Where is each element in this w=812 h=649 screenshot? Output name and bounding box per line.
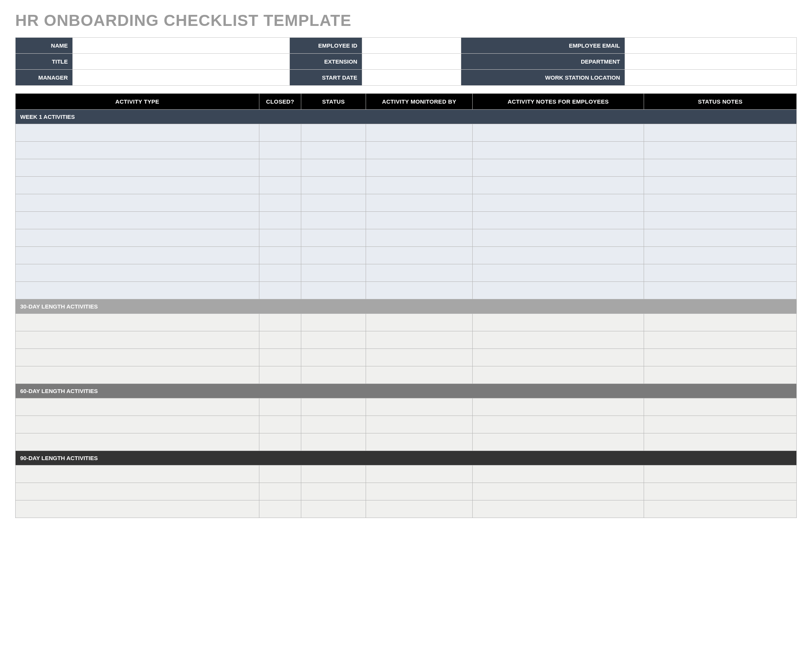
- table-cell[interactable]: [301, 314, 366, 331]
- table-cell[interactable]: [259, 142, 301, 159]
- table-cell[interactable]: [473, 331, 644, 349]
- table-cell[interactable]: [259, 349, 301, 366]
- table-cell[interactable]: [301, 229, 366, 247]
- table-cell[interactable]: [366, 229, 473, 247]
- table-cell[interactable]: [644, 465, 797, 483]
- table-cell[interactable]: [473, 433, 644, 451]
- table-cell[interactable]: [259, 366, 301, 384]
- table-cell[interactable]: [473, 229, 644, 247]
- table-cell[interactable]: [16, 124, 259, 142]
- table-cell[interactable]: [366, 500, 473, 518]
- table-cell[interactable]: [16, 366, 259, 384]
- table-cell[interactable]: [16, 247, 259, 264]
- table-cell[interactable]: [16, 282, 259, 299]
- table-cell[interactable]: [16, 229, 259, 247]
- table-cell[interactable]: [259, 282, 301, 299]
- table-cell[interactable]: [259, 229, 301, 247]
- table-cell[interactable]: [16, 416, 259, 433]
- table-cell[interactable]: [366, 194, 473, 212]
- table-cell[interactable]: [16, 177, 259, 194]
- table-cell[interactable]: [16, 500, 259, 518]
- table-cell[interactable]: [473, 465, 644, 483]
- table-cell[interactable]: [644, 314, 797, 331]
- table-cell[interactable]: [366, 314, 473, 331]
- table-cell[interactable]: [366, 416, 473, 433]
- table-cell[interactable]: [301, 483, 366, 500]
- table-cell[interactable]: [301, 142, 366, 159]
- table-cell[interactable]: [644, 142, 797, 159]
- table-cell[interactable]: [473, 282, 644, 299]
- table-cell[interactable]: [259, 247, 301, 264]
- table-cell[interactable]: [644, 500, 797, 518]
- table-cell[interactable]: [644, 247, 797, 264]
- table-cell[interactable]: [259, 314, 301, 331]
- table-cell[interactable]: [366, 331, 473, 349]
- table-cell[interactable]: [301, 331, 366, 349]
- table-cell[interactable]: [259, 433, 301, 451]
- table-cell[interactable]: [366, 349, 473, 366]
- table-cell[interactable]: [366, 465, 473, 483]
- table-cell[interactable]: [259, 264, 301, 282]
- table-cell[interactable]: [16, 314, 259, 331]
- info-value-cell[interactable]: [73, 70, 290, 86]
- table-cell[interactable]: [473, 314, 644, 331]
- table-cell[interactable]: [259, 331, 301, 349]
- table-cell[interactable]: [366, 483, 473, 500]
- table-cell[interactable]: [644, 398, 797, 416]
- table-cell[interactable]: [473, 483, 644, 500]
- table-cell[interactable]: [16, 331, 259, 349]
- table-cell[interactable]: [259, 500, 301, 518]
- table-cell[interactable]: [259, 177, 301, 194]
- table-cell[interactable]: [473, 194, 644, 212]
- table-cell[interactable]: [301, 398, 366, 416]
- info-value-cell[interactable]: [73, 38, 290, 54]
- table-cell[interactable]: [301, 247, 366, 264]
- table-cell[interactable]: [473, 247, 644, 264]
- table-cell[interactable]: [366, 398, 473, 416]
- table-cell[interactable]: [644, 229, 797, 247]
- table-cell[interactable]: [366, 212, 473, 229]
- table-cell[interactable]: [259, 212, 301, 229]
- table-cell[interactable]: [644, 366, 797, 384]
- table-cell[interactable]: [301, 177, 366, 194]
- table-cell[interactable]: [644, 177, 797, 194]
- table-cell[interactable]: [473, 366, 644, 384]
- table-cell[interactable]: [473, 142, 644, 159]
- table-cell[interactable]: [366, 247, 473, 264]
- table-cell[interactable]: [301, 124, 366, 142]
- table-cell[interactable]: [259, 465, 301, 483]
- table-cell[interactable]: [366, 433, 473, 451]
- table-cell[interactable]: [16, 212, 259, 229]
- table-cell[interactable]: [301, 349, 366, 366]
- table-cell[interactable]: [644, 282, 797, 299]
- table-cell[interactable]: [301, 264, 366, 282]
- table-cell[interactable]: [16, 264, 259, 282]
- table-cell[interactable]: [644, 124, 797, 142]
- table-cell[interactable]: [301, 500, 366, 518]
- table-cell[interactable]: [473, 398, 644, 416]
- table-cell[interactable]: [16, 483, 259, 500]
- table-cell[interactable]: [644, 349, 797, 366]
- table-cell[interactable]: [259, 483, 301, 500]
- table-cell[interactable]: [259, 159, 301, 177]
- table-cell[interactable]: [366, 142, 473, 159]
- info-value-cell[interactable]: [73, 54, 290, 70]
- table-cell[interactable]: [473, 124, 644, 142]
- table-cell[interactable]: [259, 194, 301, 212]
- table-cell[interactable]: [259, 398, 301, 416]
- table-cell[interactable]: [301, 433, 366, 451]
- table-cell[interactable]: [16, 433, 259, 451]
- table-cell[interactable]: [473, 177, 644, 194]
- table-cell[interactable]: [644, 212, 797, 229]
- table-cell[interactable]: [301, 159, 366, 177]
- table-cell[interactable]: [301, 212, 366, 229]
- table-cell[interactable]: [644, 194, 797, 212]
- table-cell[interactable]: [644, 483, 797, 500]
- table-cell[interactable]: [644, 416, 797, 433]
- info-value-cell[interactable]: [362, 38, 461, 54]
- table-cell[interactable]: [16, 465, 259, 483]
- table-cell[interactable]: [644, 264, 797, 282]
- table-cell[interactable]: [301, 416, 366, 433]
- table-cell[interactable]: [473, 500, 644, 518]
- info-value-cell[interactable]: [362, 54, 461, 70]
